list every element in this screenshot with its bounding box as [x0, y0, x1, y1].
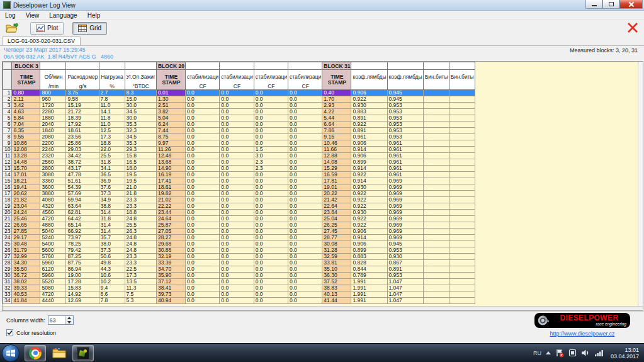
grid-cell[interactable]: 0.969 — [387, 197, 423, 203]
grid-cell[interactable]: 0.969 — [387, 210, 423, 216]
row-number-cell[interactable]: 3 — [3, 103, 12, 109]
grid-cell[interactable]: 0.867 — [387, 260, 423, 266]
grid-cell[interactable]: 11.0 — [99, 122, 125, 128]
row-number-cell[interactable]: 6 — [3, 122, 12, 128]
grid-cell[interactable]: 0.0 — [185, 279, 219, 285]
grid-cell[interactable]: 38.72 — [66, 159, 99, 166]
grid-cell[interactable] — [423, 210, 449, 216]
grid-cell[interactable]: 0.0 — [185, 235, 219, 241]
grid-cell[interactable]: 38.83 — [322, 285, 351, 291]
grid-cell[interactable]: 15.83 — [66, 285, 99, 291]
grid-cell[interactable]: 32.19 — [156, 254, 185, 260]
grid-cell[interactable]: 34.9 — [99, 197, 125, 203]
grid-cell[interactable]: 0.0 — [254, 115, 288, 122]
grid-cell[interactable]: 0.953 — [387, 273, 423, 279]
grid-cell[interactable]: 34.70 — [156, 266, 185, 273]
network-icon[interactable] — [594, 349, 604, 357]
grid-cell[interactable] — [449, 115, 475, 122]
grid-cell[interactable]: 4.22 — [322, 109, 351, 115]
grid-cell[interactable] — [423, 153, 449, 159]
column-header-cell[interactable]: Бин.биты — [449, 70, 475, 90]
grid-cell[interactable]: 0.0 — [220, 122, 254, 128]
column-header-cell[interactable]: стабилизациCF — [254, 70, 288, 90]
grid-cell[interactable]: 7.44 — [156, 128, 185, 134]
row-number-cell[interactable]: 26 — [3, 247, 12, 254]
grid-cell[interactable]: 1.5 — [254, 147, 288, 153]
grid-cell[interactable]: 0.0 — [288, 172, 322, 178]
grid-cell[interactable] — [449, 159, 475, 166]
grid-cell[interactable]: 33.81 — [322, 260, 351, 266]
grid-cell[interactable]: 0.922 — [351, 197, 387, 203]
menu-item-view[interactable]: View — [21, 12, 45, 19]
column-header-cell[interactable]: Уг.Оп.Зажиг°BTDC — [125, 70, 156, 90]
row-number-cell[interactable]: 28 — [3, 260, 12, 266]
grid-cell[interactable] — [423, 122, 449, 128]
grid-cell[interactable]: 0.0 — [254, 96, 288, 103]
grid-cell[interactable]: 21.02 — [156, 197, 185, 203]
grid-cell[interactable] — [449, 90, 475, 96]
grid-cell[interactable] — [423, 235, 449, 241]
grid-cell[interactable]: 22.22 — [156, 203, 185, 210]
grid-cell[interactable]: 2080 — [40, 134, 66, 140]
grid-cell[interactable]: 35.3 — [125, 140, 156, 147]
grid-cell[interactable] — [423, 197, 449, 203]
grid-cell[interactable]: 35.3 — [125, 122, 156, 128]
grid-cell[interactable] — [449, 285, 475, 291]
grid-cell[interactable] — [423, 191, 449, 197]
grid-cell[interactable] — [449, 153, 475, 159]
row-number-cell[interactable]: 9 — [3, 140, 12, 147]
grid-cell[interactable]: 0.961 — [387, 166, 423, 172]
grid-cell[interactable]: 0.0 — [220, 285, 254, 291]
grid-cell[interactable]: 36.9 — [99, 178, 125, 184]
grid-cell[interactable] — [423, 159, 449, 166]
grid-cell[interactable]: 17.3 — [99, 134, 125, 140]
grid-cell[interactable]: 0.0 — [254, 285, 288, 291]
grid-cell[interactable]: 23.84 — [322, 210, 351, 216]
grid-cell[interactable]: 0.844 — [351, 266, 387, 273]
grid-cell[interactable]: 0.0 — [185, 115, 219, 122]
grid-cell[interactable]: 0.0 — [185, 166, 219, 172]
grid-cell[interactable]: 4720 — [40, 291, 66, 298]
grid-cell[interactable]: 2.3 — [254, 159, 288, 166]
grid-cell[interactable]: 0.0 — [254, 291, 288, 298]
column-header-cell[interactable]: Бин.биты — [423, 70, 449, 90]
grid-cell[interactable]: 0.0 — [288, 291, 322, 298]
grid-cell[interactable]: 0.914 — [351, 147, 387, 153]
grid-cell[interactable]: 30.88 — [156, 247, 185, 254]
grid-cell[interactable]: 11.3 — [125, 285, 156, 291]
grid-cell[interactable]: 9.55 — [12, 134, 40, 140]
tab-log-file[interactable]: LOG-01-003-020-031.CSV — [2, 37, 81, 45]
grid-cell[interactable]: 0.0 — [185, 147, 219, 153]
grid-cell[interactable]: 0.0 — [288, 279, 322, 285]
grid-cell[interactable] — [449, 279, 475, 285]
grid-cell[interactable]: 25.5 — [99, 153, 125, 159]
grid-cell[interactable]: 2040 — [40, 122, 66, 128]
grid-cell[interactable]: 0.0 — [185, 247, 219, 254]
grid-cell[interactable]: 0.0 — [220, 128, 254, 134]
grid-cell[interactable]: 0.961 — [387, 159, 423, 166]
grid-cell[interactable]: 15.0 — [125, 96, 156, 103]
grid-cell[interactable]: 32.3 — [125, 128, 156, 134]
grid-cell[interactable] — [449, 273, 475, 279]
row-number-cell[interactable]: 29 — [3, 266, 12, 273]
grid-cell[interactable]: 7.8 — [99, 298, 125, 304]
grid-cell[interactable]: 3.42 — [12, 103, 40, 109]
grid-cell[interactable]: 11.0 — [99, 103, 125, 109]
grid-cell[interactable]: 27.05 — [156, 229, 185, 235]
grid-cell[interactable]: 0.0 — [288, 178, 322, 184]
grid-cell[interactable]: 0.0 — [185, 197, 219, 203]
grid-cell[interactable]: 0.969 — [387, 229, 423, 235]
grid-cell[interactable]: 0.0 — [185, 216, 219, 222]
menu-item-log[interactable]: Log — [0, 12, 21, 19]
grid-cell[interactable]: 0.0 — [288, 203, 322, 210]
grid-cell[interactable]: 0.0 — [220, 229, 254, 235]
row-number-cell[interactable]: 20 — [3, 210, 12, 216]
grid-cell[interactable]: 17.3 — [125, 273, 156, 279]
grid-cell[interactable]: 12.5 — [99, 128, 125, 134]
grid-cell[interactable]: 0.0 — [288, 184, 322, 191]
grid-cell[interactable]: 17.81 — [322, 178, 351, 184]
grid-cell[interactable]: 0.0 — [254, 266, 288, 273]
column-header-cell[interactable]: стабилизациCF — [220, 70, 254, 90]
grid-cell[interactable]: 1720 — [40, 103, 66, 109]
grid-cell[interactable] — [449, 254, 475, 260]
